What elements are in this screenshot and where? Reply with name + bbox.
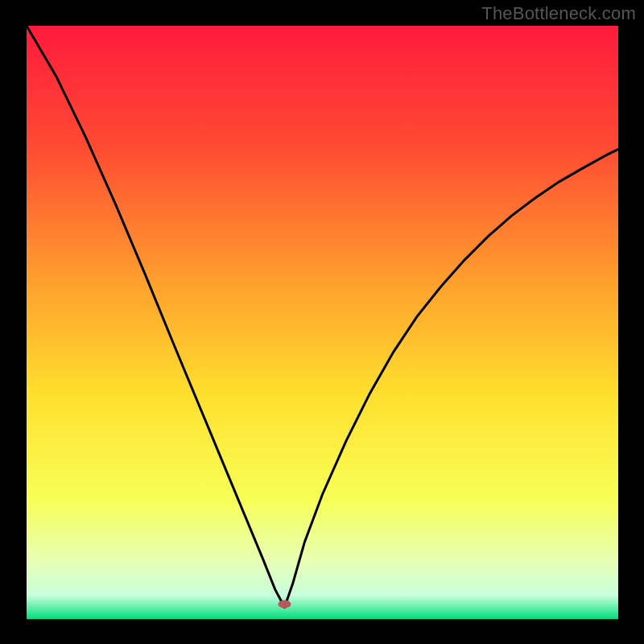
minimum-marker [278,601,291,609]
watermark-text: TheBottleneck.com [481,3,636,24]
plot-background [27,26,618,619]
chart-frame: TheBottleneck.com [0,0,644,644]
bottleneck-chart [0,0,644,644]
